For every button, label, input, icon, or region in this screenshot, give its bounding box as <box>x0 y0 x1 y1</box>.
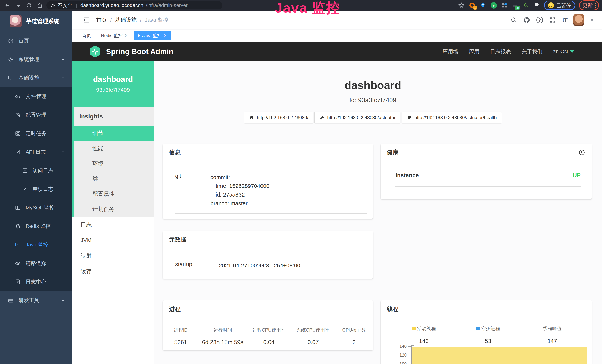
app-brand: 芋道管理系统 <box>26 17 59 25</box>
git-branch-line: branch: master <box>210 199 269 208</box>
search-icon[interactable] <box>510 17 517 23</box>
menu-item-mappings[interactable]: 映射 <box>72 248 154 264</box>
instance-url-button[interactable]: http://192.168.0.2:48080/ <box>244 112 313 124</box>
sidebar-item-config[interactable]: 配置管理 <box>0 106 72 124</box>
sba-language-select[interactable]: zh-CN <box>553 49 574 54</box>
extensions-puzzle-icon[interactable] <box>533 2 540 9</box>
extension-grid-icon[interactable] <box>501 2 508 9</box>
extension-magnifier-icon[interactable] <box>522 2 529 9</box>
page-subtitle: Id: 93a3fc7f7409 <box>154 96 592 104</box>
home-icon[interactable] <box>36 1 44 10</box>
menu-item-classes[interactable]: 类 <box>74 171 154 186</box>
tab-redis-monitor[interactable]: Redis 监控 × <box>97 31 131 40</box>
extension-badge: 1 <box>473 6 477 10</box>
extension-orange-icon[interactable]: 1 <box>469 2 476 9</box>
metadata-key: startup <box>175 261 219 270</box>
actuator-url-button[interactable]: http://192.168.0.2:48080/actuator <box>314 112 400 124</box>
pin-icon[interactable] <box>479 2 486 9</box>
sba-brand-link[interactable]: Spring Boot Admin <box>72 45 173 58</box>
screen: 不安全 | dashboard.yudao.iocoder.cn/infra/a… <box>0 0 602 364</box>
url-bar[interactable]: 不安全 | dashboard.yudao.iocoder.cn/infra/a… <box>46 1 223 10</box>
menu-kebab-icon[interactable] <box>595 3 596 8</box>
sidebar-item-files[interactable]: 文件管理 <box>0 87 72 106</box>
instance-header: dashboard 93a3fc7f7409 <box>72 61 154 107</box>
sidebar-item-label: 文件管理 <box>26 93 46 100</box>
sidebar-item-system[interactable]: 系统管理 <box>0 50 72 69</box>
sidebar-item-error-log[interactable]: 错误日志 <box>0 180 72 198</box>
help-icon[interactable]: ? <box>536 17 543 23</box>
active-dot-icon <box>138 34 140 37</box>
font-size-icon[interactable]: tT <box>562 17 567 23</box>
daemon-threads-value: 53 <box>456 338 520 344</box>
sba-content: dashboard Id: 93a3fc7f7409 http://192.16… <box>154 61 602 364</box>
sidebar-item-api-log[interactable]: API 日志 <box>0 143 72 161</box>
menu-item-environment[interactable]: 环境 <box>74 156 154 171</box>
chrome-update-button[interactable]: 更新 <box>579 0 599 11</box>
menu-item-scheduled-tasks[interactable]: 计划任务 <box>74 202 154 217</box>
menu-item-caches[interactable]: 缓存 <box>72 264 154 279</box>
security-warning-icon[interactable]: 不安全 <box>51 2 73 9</box>
health-row-instance[interactable]: Instance UP <box>396 172 581 187</box>
bookmark-star-icon[interactable] <box>458 2 465 9</box>
insights-section-title: Insights <box>74 107 154 126</box>
metadata-card: 元数据 startup 2021-04-27T00:44:31.254+08:0… <box>163 231 373 279</box>
sidebar-item-jobs[interactable]: 定时任务 <box>0 124 72 143</box>
close-icon[interactable]: × <box>125 33 128 38</box>
menu-item-details[interactable]: 细节 <box>74 126 154 141</box>
history-icon[interactable] <box>578 149 585 157</box>
col-process-cpu: 进程CPU使用率 <box>247 327 291 333</box>
fullscreen-icon[interactable] <box>549 17 556 23</box>
menu-item-metrics[interactable]: 性能 <box>74 141 154 156</box>
breadcrumb-infra[interactable]: 基础设施 <box>115 16 137 24</box>
user-avatar[interactable] <box>573 14 584 26</box>
sba-nav-applications[interactable]: 应用 <box>469 48 479 55</box>
sidebar-collapse-icon[interactable] <box>72 16 96 24</box>
health-card-title: 健康 <box>387 149 398 156</box>
sba-header: Spring Boot Admin 应用墙 应用 日志报表 关于我们 zh-CN <box>72 42 602 61</box>
tab-java-monitor[interactable]: Java 监控 × <box>134 31 171 40</box>
menu-item-jvm[interactable]: JVM <box>72 232 154 248</box>
sidebar-item-devtools[interactable]: 研发工具 <box>0 291 72 310</box>
avatar-caret-icon[interactable] <box>590 19 594 21</box>
page-title: dashboard <box>154 79 592 92</box>
close-icon[interactable]: × <box>164 33 167 38</box>
sidebar-item-infra[interactable]: 基础设施 <box>0 69 72 87</box>
sidebar-item-redis[interactable]: Redis 监控 <box>0 217 72 236</box>
forward-icon[interactable] <box>14 1 22 10</box>
doc-edit-icon <box>22 168 28 173</box>
menu-item-config-props[interactable]: 配置属性 <box>74 186 154 202</box>
sidebar-item-label: 系统管理 <box>19 56 39 63</box>
threads-card-title: 线程 <box>387 305 398 313</box>
reload-icon[interactable] <box>25 1 33 10</box>
sidebar-item-log-center[interactable]: 日志中心 <box>0 273 72 291</box>
status-badge: UP <box>573 172 581 179</box>
health-url: http://192.168.0.2:48080/actuator/health <box>414 115 496 120</box>
extension-green-circle-icon[interactable]: v <box>490 2 497 9</box>
tab-home[interactable]: 首页 <box>78 31 95 40</box>
metadata-card-title: 元数据 <box>169 236 186 244</box>
extension-on-badge: on <box>515 6 520 10</box>
app-logo-row[interactable]: 芋道管理系统 <box>0 11 72 32</box>
insights-section: Insights 细节 性能 环境 类 配置属性 计划任务 <box>72 107 154 217</box>
y-tick-100: 100 <box>381 361 407 364</box>
github-icon[interactable] <box>523 17 530 23</box>
sba-nav-journal[interactable]: 日志报表 <box>490 48 511 55</box>
sidebar-item-tracing[interactable]: 链路追踪 <box>0 254 72 273</box>
git-commit-line: commit: <box>210 173 269 182</box>
breadcrumb-home[interactable]: 首页 <box>96 16 107 24</box>
sidebar-item-label: 定时任务 <box>26 130 46 137</box>
sidebar-item-label: 配置管理 <box>26 111 46 118</box>
health-url-button[interactable]: http://192.168.0.2:48080/actuator/health <box>402 112 502 124</box>
back-icon[interactable] <box>3 1 11 10</box>
sidebar-item-access-log[interactable]: 访问日志 <box>0 161 72 180</box>
menu-item-logs[interactable]: 日志 <box>72 217 154 232</box>
sidebar-item-home[interactable]: 首页 <box>0 32 72 50</box>
sidebar-item-java-monitor[interactable]: Java 监控 <box>0 236 72 254</box>
profile-paused-button[interactable]: 已暂停 <box>544 0 575 10</box>
paused-label: 已暂停 <box>556 2 571 9</box>
sba-nav-about[interactable]: 关于我们 <box>522 48 542 55</box>
sidebar-item-mysql[interactable]: MySQL 监控 <box>0 198 72 217</box>
sba-nav-wall[interactable]: 应用墙 <box>443 48 458 55</box>
process-card-title: 进程 <box>169 305 181 313</box>
extension-on-icon[interactable]: on <box>512 2 519 9</box>
